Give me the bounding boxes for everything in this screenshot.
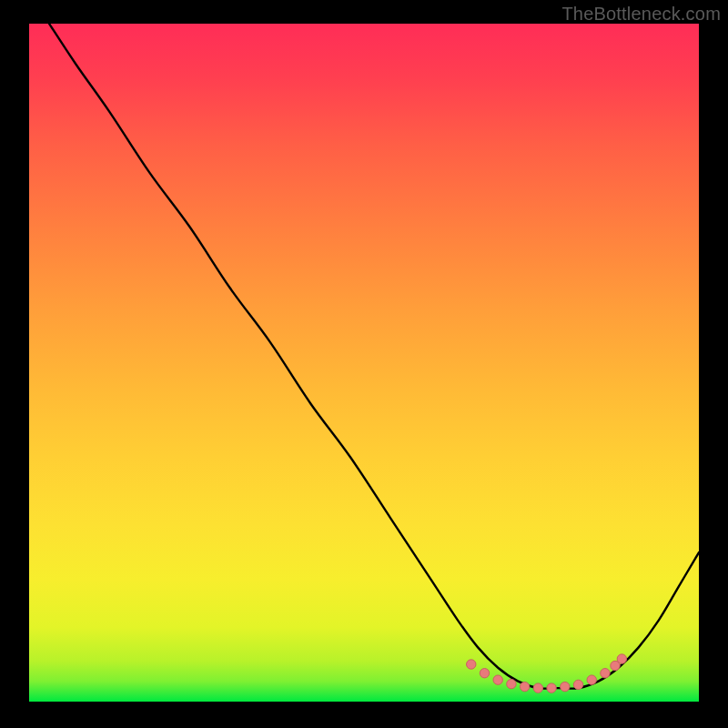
highlight-marker (611, 661, 620, 670)
chart-frame: TheBottleneck.com (0, 0, 728, 728)
highlight-marker (507, 679, 516, 688)
highlight-marker (533, 683, 542, 693)
highlight-marker (493, 675, 502, 684)
highlight-markers (29, 24, 699, 702)
highlight-marker (561, 682, 570, 691)
highlight-marker (617, 654, 626, 663)
highlight-marker (520, 682, 529, 691)
bottleneck-curve (29, 24, 699, 702)
highlight-marker (480, 669, 489, 678)
highlight-marker (547, 683, 556, 693)
highlight-marker (601, 669, 610, 678)
highlight-marker (587, 675, 596, 684)
highlight-marker (573, 680, 582, 689)
plot-area (29, 24, 699, 702)
watermark-text: TheBottleneck.com (561, 4, 721, 25)
highlight-marker (467, 660, 476, 669)
